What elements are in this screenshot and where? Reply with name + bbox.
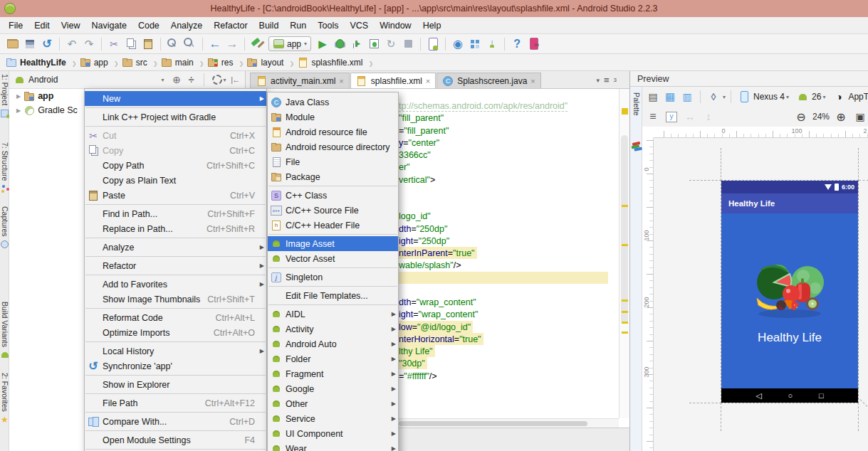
toolbar-button[interactable]: [382, 36, 399, 53]
close-tab-icon[interactable]: ×: [530, 77, 535, 85]
warning-stripe-mark[interactable]: [622, 108, 628, 115]
submenu-item[interactable]: UI Component: [268, 426, 398, 441]
zoom-in-icon[interactable]: [833, 109, 849, 124]
zoom-fit-icon[interactable]: [852, 109, 868, 124]
menubar-item[interactable]: Code: [132, 18, 165, 33]
expand-arrow-icon[interactable]: ▶: [16, 93, 21, 100]
menu-item[interactable]: Link C++ Project with Gradle: [85, 110, 266, 124]
breadcrumb-item[interactable]: app ›: [80, 56, 122, 68]
breadcrumb-item[interactable]: src ›: [122, 56, 161, 68]
locate-file-icon[interactable]: [171, 73, 182, 86]
toolbar-button[interactable]: [525, 36, 543, 53]
toolbar-button[interactable]: [508, 36, 525, 53]
toolbar-button[interactable]: [466, 36, 483, 53]
warning-stripe-mark[interactable]: [622, 331, 628, 334]
tool-window-button-captures[interactable]: Captures: [0, 206, 9, 250]
submenu-item[interactable]: Android resource file: [268, 124, 398, 139]
menu-item[interactable]: Paste Ctrl+V: [85, 188, 266, 203]
toolbar-button[interactable]: [348, 36, 365, 53]
submenu-item[interactable]: Service: [268, 411, 398, 426]
api-level-selector[interactable]: 26: [812, 92, 821, 102]
menu-item[interactable]: Optimize Imports Ctrl+Alt+O: [85, 325, 266, 340]
project-view-selector[interactable]: Android: [28, 75, 58, 85]
toolbar-button[interactable]: [224, 36, 241, 53]
toolbar-button[interactable]: [399, 36, 417, 53]
menubar-item[interactable]: Help: [417, 18, 447, 33]
submenu-item[interactable]: Edit File Templates...: [268, 288, 398, 303]
submenu-item[interactable]: Other: [268, 396, 398, 411]
menubar-item[interactable]: View: [56, 18, 86, 33]
breadcrumb-item[interactable]: layout ›: [246, 56, 297, 68]
zoom-out-icon[interactable]: [793, 109, 809, 124]
device-preview[interactable]: 6:00 Healthy Life: [721, 181, 858, 403]
variant-icon[interactable]: [645, 109, 661, 124]
submenu-item[interactable]: Android resource directory: [268, 139, 398, 154]
show-grid-icon[interactable]: [662, 89, 678, 105]
hide-panel-icon[interactable]: [230, 73, 241, 86]
gear-icon[interactable]: [211, 73, 222, 86]
menu-item[interactable]: Copy as Plain Text: [85, 173, 266, 188]
menu-item[interactable]: File Path Ctrl+Alt+F12: [85, 396, 266, 410]
submenu-item[interactable]: Package: [268, 169, 398, 184]
tabs-list-icon[interactable]: ≡: [604, 75, 610, 85]
submenu-item[interactable]: Module: [268, 110, 398, 124]
editor-tab[interactable]: splashfile.xml ×: [350, 73, 436, 88]
tool-window-button--project[interactable]: 1: Project: [0, 74, 9, 119]
flatten-packages-icon[interactable]: [186, 73, 197, 86]
toolbar-button[interactable]: [21, 36, 38, 53]
menubar-item[interactable]: Window: [374, 18, 417, 33]
menubar-item[interactable]: Build: [253, 18, 285, 33]
menubar-item[interactable]: Edit: [28, 18, 56, 33]
menubar-item[interactable]: VCS: [344, 18, 374, 33]
menu-item[interactable]: Copy Ctrl+C: [85, 143, 266, 158]
orientation-icon[interactable]: [706, 89, 721, 105]
menu-item[interactable]: Local History: [85, 344, 266, 359]
palette-tab[interactable]: Palette: [630, 87, 642, 451]
menubar-item[interactable]: File: [3, 18, 28, 33]
close-tab-icon[interactable]: ×: [339, 77, 343, 85]
menu-item[interactable]: Cut Ctrl+X: [85, 128, 266, 143]
submenu-item[interactable]: Android Auto: [268, 336, 398, 351]
submenu-item[interactable]: Vector Asset: [268, 251, 398, 266]
menu-item[interactable]: Find in Path... Ctrl+Shift+F: [85, 206, 266, 221]
menu-item[interactable]: New: [85, 91, 266, 106]
menubar-item[interactable]: Tools: [312, 18, 344, 33]
toolbar-button[interactable]: [80, 36, 98, 53]
submenu-item[interactable]: C/C++ Header File: [268, 218, 398, 233]
submenu-item[interactable]: Activity: [268, 322, 398, 336]
toolbar-button[interactable]: [365, 36, 382, 53]
toolbar-button[interactable]: [63, 36, 80, 53]
toolbar-button[interactable]: [164, 36, 182, 53]
tabs-dropdown-icon[interactable]: ▾: [596, 77, 600, 84]
toolbar-button[interactable]: [331, 36, 348, 53]
menu-item[interactable]: Analyze: [85, 240, 266, 255]
menu-item[interactable]: Synchronize 'app': [85, 359, 266, 373]
submenu-item[interactable]: AIDL: [268, 307, 398, 322]
menu-item[interactable]: Add to Favorites: [85, 277, 266, 292]
toolbar-button[interactable]: [314, 36, 331, 53]
toolbar-button[interactable]: [4, 36, 21, 53]
menu-item[interactable]: Replace in Path... Ctrl+Shift+R: [85, 221, 266, 236]
submenu-item[interactable]: C++ Class: [268, 188, 398, 203]
toolbar-button[interactable]: [206, 36, 224, 53]
breadcrumb-item[interactable]: HealthyLife ›: [6, 56, 80, 68]
editor-tab[interactable]: Splashscreen.java ×: [436, 73, 541, 88]
submenu-item[interactable]: File: [268, 154, 398, 169]
close-tab-icon[interactable]: ×: [426, 77, 430, 85]
toolbar-button[interactable]: [105, 36, 122, 53]
menu-item[interactable]: Show Image Thumbnails Ctrl+Shift+T: [85, 292, 266, 307]
menu-item[interactable]: Refactor: [85, 258, 266, 273]
submenu-item[interactable]: Wear: [268, 441, 398, 451]
toolbar-button[interactable]: [483, 36, 501, 53]
menu-item[interactable]: Show in Explorer: [85, 377, 266, 392]
warning-stripe-mark[interactable]: [622, 244, 628, 246]
theme-selector[interactable]: AppTheme: [848, 92, 868, 102]
vertical-scrollbar-thumb[interactable]: [621, 135, 628, 324]
menubar-item[interactable]: Refactor: [208, 18, 253, 33]
menu-item[interactable]: Copy Path Ctrl+Shift+C: [85, 158, 266, 173]
menu-item[interactable]: Reformat Code Ctrl+Alt+L: [85, 310, 266, 325]
editor-tab[interactable]: activity_main.xml ×: [250, 73, 350, 88]
submenu-item[interactable]: Java Class: [268, 95, 398, 110]
breadcrumb-item[interactable]: res ›: [207, 56, 247, 68]
toolbar-button[interactable]: [122, 36, 140, 53]
